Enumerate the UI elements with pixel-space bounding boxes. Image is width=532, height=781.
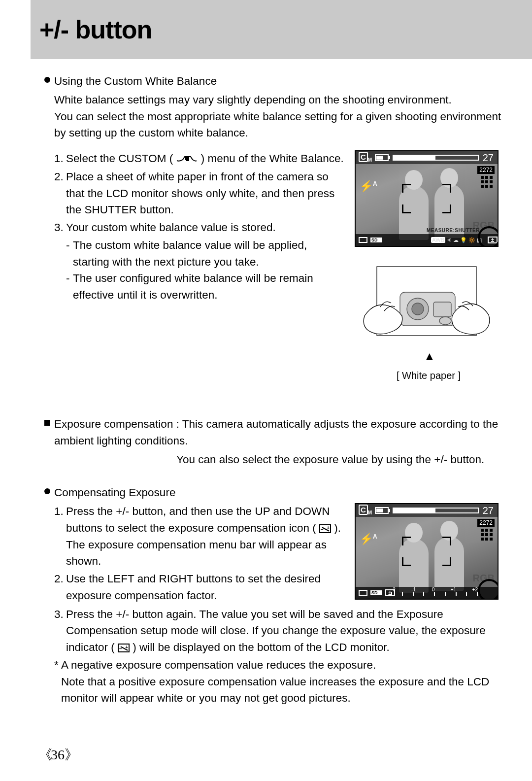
wb-option-bar: AWB☀☁💡🔆◧ [431,237,482,243]
exposure-comp-icon: − [319,524,331,533]
exposure-label: Exposure compensation : [54,418,179,430]
memory-bar [393,508,479,513]
svg-rect-5 [433,302,451,317]
wb-para2: You can select the most appropriate whit… [54,108,502,142]
step-3-sub2: -The user configured white balance will … [66,270,345,304]
battery-icon [375,154,389,161]
square-bullet-exposure: Exposure compensation : This camera auto… [44,416,502,449]
focus-brackets-icon [402,184,451,213]
page-header: +/- button [31,0,532,59]
custom-wb-icon [176,151,198,168]
svg-point-4 [412,303,424,315]
step1-text-b: ) menu of the White Balance. [201,152,344,165]
memory-bar [393,155,479,161]
ev-scale: -2 -1 0 +1 +2 [391,588,478,597]
shots-remaining: 27 [483,152,494,164]
lcd-mode-icon: CM [359,153,372,163]
shots-remaining: 27 [483,505,494,516]
lcd-mode-icon: CM [359,506,372,515]
page-number: 《36》 [38,746,77,764]
step-3: 3. Your custom white balance value is st… [54,219,345,236]
battery-icon [375,507,389,514]
lcd-screenshot-ev: CM 27 2272 ⚡A RGB SD [355,503,499,600]
bullet-icon [44,488,50,494]
wb-para1: White balance settings may vary slightly… [54,92,502,108]
step-1: 1. Select the CUSTOM ( ) menu of the Whi… [54,150,345,168]
arrow-up-icon: ▲ [424,349,435,363]
exposure-comp-icon: − [118,644,130,652]
white-paper-illustration: ▲ [355,257,499,350]
measure-hint: MEASURE:SHUTTER [427,228,480,233]
compensating-title: Compensating Exposure [54,484,175,501]
sd-icon: SD [370,590,382,595]
page-content: Using the Custom White Balance White bal… [44,73,502,707]
step1-text-a: Select the CUSTOM ( [66,152,173,165]
white-paper-caption: [ White paper ] [355,370,502,381]
quality-icon [481,529,494,541]
card-icon [359,590,367,596]
ev-step-3: 3. Press the +/- button again. The value… [54,606,502,656]
bullet-compensating: Compensating Exposure [44,484,502,501]
page-title: +/- button [39,15,152,44]
flash-auto-icon: ⚡A [360,533,377,545]
bullet-icon [44,77,50,83]
step-2: 2. Place a sheet of white paper in front… [54,169,345,218]
card-icon [359,237,367,243]
ev-step-2: 2. Use the LEFT and RIGHT buttons to set… [54,571,345,604]
resolution-badge: 2272 [477,166,495,174]
step-3-sub1: -The custom white balance value will be … [66,237,345,271]
highlight-circle-icon [478,226,499,247]
exposure-line2: You can also select the exposure value b… [176,451,502,468]
quality-icon [481,176,494,188]
svg-rect-0 [185,156,188,160]
highlight-circle-icon [478,579,499,600]
ev-note: * A negative exposure compensation value… [54,657,502,707]
focus-brackets-icon [402,537,451,566]
square-bullet-icon [44,420,50,426]
sd-icon: SD [370,238,382,242]
bullet-custom-wb: Using the Custom White Balance [44,73,502,90]
bullet-title: Using the Custom White Balance [54,73,217,90]
svg-point-6 [439,317,451,325]
ev-step-1: 1. Press the +/- button, and then use th… [54,503,345,570]
resolution-badge: 2272 [477,519,495,527]
lcd-screenshot-wb: CM 27 2272 ⚡A RGB MEASURE:SHUTTER SD AWB… [355,150,499,247]
flash-auto-icon: ⚡A [360,180,377,193]
